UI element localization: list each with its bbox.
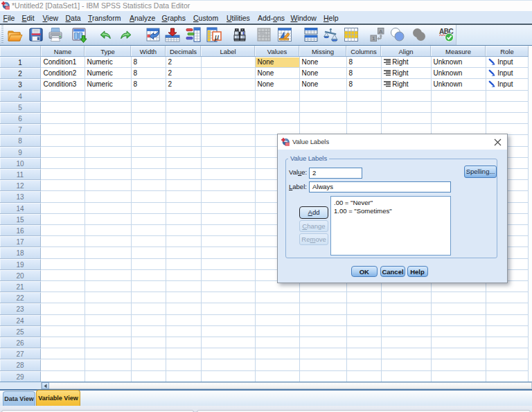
svg-text:A: A bbox=[378, 28, 382, 35]
svg-text:μ: μ bbox=[214, 31, 220, 42]
svg-text:1: 1 bbox=[372, 35, 375, 42]
